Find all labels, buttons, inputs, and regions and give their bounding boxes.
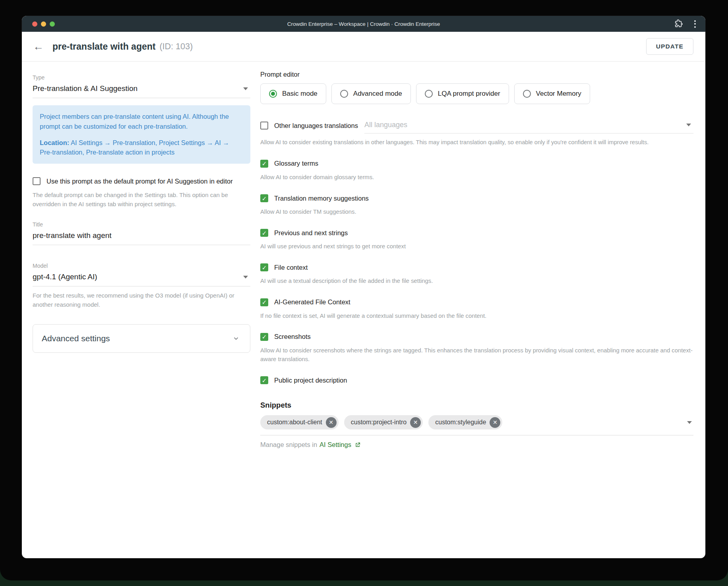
prompt-editor-mode-group: Basic mode Advanced mode LQA prompt prov… — [260, 83, 693, 104]
option-checkbox-row[interactable]: ✓ Translation memory suggestions — [260, 194, 693, 202]
mode-advanced[interactable]: Advanced mode — [331, 83, 411, 104]
other-languages-label: Other languages translations — [274, 122, 358, 130]
default-prompt-checkbox[interactable] — [33, 177, 41, 185]
title-input[interactable]: pre-translate with agent — [33, 228, 250, 245]
checked-checkbox[interactable]: ✓ — [260, 160, 268, 168]
type-field-label: Type — [33, 74, 250, 81]
update-button[interactable]: UPDATE — [646, 38, 693, 55]
option-ai-generated-file-context: ✓ AI-Generated File Context If no file c… — [260, 298, 693, 320]
option-previous-next-strings: ✓ Previous and next strings AI will use … — [260, 229, 693, 251]
extensions-puzzle-icon[interactable] — [674, 19, 683, 28]
model-field: Model gpt-4.1 (Agentic AI) For the best … — [33, 263, 250, 309]
option-label: Glossary terms — [274, 160, 318, 167]
option-label: Translation memory suggestions — [274, 195, 369, 202]
back-arrow-icon[interactable]: ← — [33, 41, 44, 52]
close-window-button[interactable] — [32, 21, 37, 27]
snippet-chip-label: custom:styleguide — [435, 419, 486, 426]
option-screenshots: ✓ Screenshots Allow AI to consider scree… — [260, 333, 693, 364]
advanced-settings-toggle[interactable]: Advanced settings — [33, 324, 250, 353]
checked-checkbox[interactable]: ✓ — [260, 333, 268, 341]
model-select-value: gpt-4.1 (Agentic AI) — [33, 273, 97, 281]
option-helper: Allow AI to consider screenshots where t… — [260, 346, 693, 364]
snippets-select-field[interactable]: custom:about-client ✕ custom:project-int… — [260, 415, 693, 435]
checked-checkbox[interactable]: ✓ — [260, 263, 268, 271]
option-helper: If no file context is set, AI will gener… — [260, 311, 693, 320]
checked-checkbox[interactable]: ✓ — [260, 229, 268, 237]
type-select[interactable]: Pre-translation & AI Suggestion — [33, 81, 250, 98]
info-box-location: Location: AI Settings → Pre-translation,… — [40, 138, 243, 158]
snippet-chip: custom:about-client ✕ — [260, 415, 339, 429]
prompt-editor-label: Prompt editor — [260, 71, 693, 78]
model-helper: For the best results, we recommend using… — [33, 291, 250, 309]
settings-right-column: Prompt editor Basic mode Advanced mode L… — [260, 68, 693, 449]
other-languages-row: Other languages translations All languag… — [260, 121, 693, 133]
option-label: Public project description — [274, 377, 347, 384]
option-public-project-description: ✓ Public project description — [260, 376, 693, 384]
title-field-label: Title — [33, 221, 250, 228]
browser-menu-icon[interactable] — [693, 19, 697, 29]
title-field: Title pre-translate with agent — [33, 221, 250, 245]
checked-checkbox[interactable]: ✓ — [260, 194, 268, 202]
remove-chip-icon[interactable]: ✕ — [490, 417, 500, 428]
option-checkbox-row[interactable]: ✓ Screenshots — [260, 333, 693, 341]
info-box: Project members can pre-translate conten… — [33, 105, 250, 164]
browser-tab-title: Crowdin Enterprise – Workspace | Crowdin… — [22, 21, 705, 27]
option-checkbox-row[interactable]: ✓ Previous and next strings — [260, 229, 693, 237]
option-helper: Allow AI to consider TM suggestions. — [260, 207, 693, 216]
option-glossary-terms: ✓ Glossary terms Allow AI to consider do… — [260, 160, 693, 182]
ai-settings-link[interactable]: AI Settings — [319, 441, 351, 449]
option-helper: Allow AI to consider domain glossary ter… — [260, 173, 693, 182]
type-select-value: Pre-translation & AI Suggestion — [33, 84, 137, 93]
mode-label: LQA prompt provider — [438, 90, 500, 98]
default-prompt-helper: The default prompt can be changed in the… — [33, 191, 250, 209]
info-box-location-label: Location: — [40, 139, 69, 146]
option-translation-memory: ✓ Translation memory suggestions Allow A… — [260, 194, 693, 216]
checked-checkbox[interactable]: ✓ — [260, 298, 268, 306]
type-field: Type Pre-translation & AI Suggestion — [33, 74, 250, 98]
model-field-label: Model — [33, 263, 250, 269]
option-checkbox-row[interactable]: ✓ AI-Generated File Context — [260, 298, 693, 306]
option-checkbox-row[interactable]: ✓ Public project description — [260, 376, 693, 384]
all-languages-select[interactable]: All languages — [364, 121, 693, 133]
title-input-value: pre-translate with agent — [33, 231, 112, 240]
model-select[interactable]: gpt-4.1 (Agentic AI) — [33, 269, 250, 286]
page-id-badge: (ID: 103) — [159, 42, 193, 52]
manage-snippets-row: Manage snippets in AI Settings — [260, 441, 693, 449]
checked-checkbox[interactable]: ✓ — [260, 376, 268, 384]
settings-left-column: Type Pre-translation & AI Suggestion Pro… — [33, 68, 250, 449]
browser-titlebar: Crowdin Enterprise – Workspace | Crowdin… — [22, 16, 705, 32]
page-header: ← pre-translate with agent (ID: 103) UPD… — [22, 32, 705, 62]
option-checkbox-row[interactable]: ✓ Glossary terms — [260, 160, 693, 168]
radio-selected-icon — [269, 90, 277, 98]
chevron-down-icon — [687, 421, 692, 424]
mode-label: Advanced mode — [353, 90, 402, 98]
snippets-title: Snippets — [260, 401, 693, 410]
all-languages-placeholder: All languages — [364, 121, 407, 129]
maximize-window-button[interactable] — [50, 21, 55, 27]
page-title: pre-translate with agent — [52, 41, 155, 52]
mode-lqa-prompt-provider[interactable]: LQA prompt provider — [416, 83, 509, 104]
option-checkbox-row[interactable]: ✓ File context — [260, 263, 693, 271]
info-box-paragraph: Project members can pre-translate conten… — [40, 112, 243, 132]
mode-label: Vector Memory — [536, 90, 581, 98]
browser-window: Crowdin Enterprise – Workspace | Crowdin… — [22, 16, 705, 558]
chevron-down-icon — [243, 276, 248, 278]
mode-label: Basic mode — [282, 90, 318, 98]
option-label: File context — [274, 264, 308, 271]
external-link-icon — [354, 442, 361, 448]
default-prompt-label: Use this prompt as the default prompt fo… — [46, 178, 233, 185]
remove-chip-icon[interactable]: ✕ — [326, 417, 337, 428]
default-prompt-checkbox-row[interactable]: Use this prompt as the default prompt fo… — [33, 177, 250, 185]
window-controls — [32, 21, 55, 27]
mode-vector-memory[interactable]: Vector Memory — [514, 83, 590, 104]
option-helper: AI will use a textual description of the… — [260, 277, 693, 285]
other-languages-checkbox[interactable] — [260, 122, 268, 130]
other-languages-checkbox-row[interactable]: Other languages translations — [260, 122, 358, 133]
remove-chip-icon[interactable]: ✕ — [410, 417, 421, 428]
minimize-window-button[interactable] — [41, 21, 46, 27]
snippet-chip: custom:project-intro ✕ — [344, 415, 423, 429]
mode-basic[interactable]: Basic mode — [260, 83, 326, 104]
option-label: Previous and next strings — [274, 229, 348, 237]
snippet-chip-label: custom:project-intro — [351, 419, 407, 426]
chevron-down-icon — [686, 124, 691, 126]
